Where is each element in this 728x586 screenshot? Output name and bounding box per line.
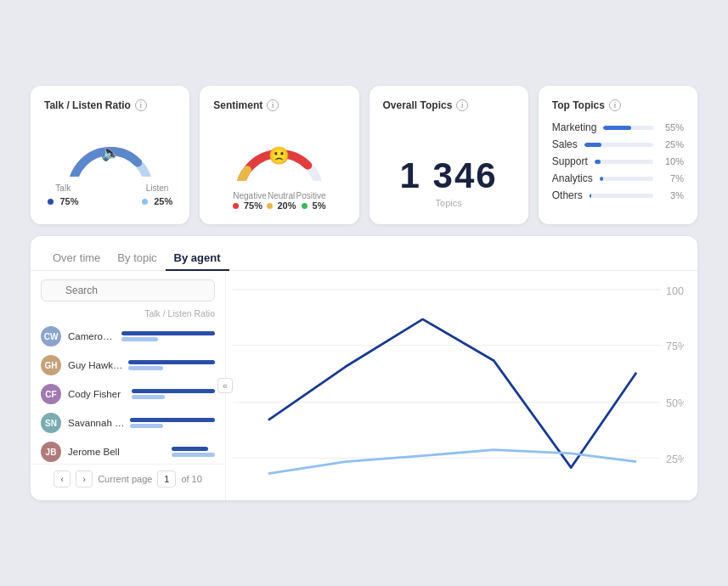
topic-bar xyxy=(600,177,603,181)
topic-bar xyxy=(590,194,591,198)
overall-topics-card: Overall Topics i 1 346 Topics xyxy=(370,86,528,224)
agent-dark-bar xyxy=(128,360,215,364)
overall-topics-title: Overall Topics i xyxy=(383,99,515,111)
agent-bar-group xyxy=(172,447,215,457)
dashboard: Talk / Listen Ratio i 🔈 xyxy=(17,72,711,514)
topic-list-item: Marketing 55% xyxy=(552,121,684,133)
agent-list-item[interactable]: SN Savannah Nguyen xyxy=(31,409,225,437)
agent-dark-bar xyxy=(172,447,208,451)
neutral-label: Neutral 20% xyxy=(267,191,296,211)
collapse-button[interactable]: « xyxy=(217,378,233,393)
topic-bar xyxy=(584,143,601,147)
agent-dark-bar xyxy=(132,389,215,393)
topic-name: Sales xyxy=(552,138,578,150)
overall-topics-info-icon[interactable]: i xyxy=(456,99,468,111)
tab-by-topic[interactable]: By topic xyxy=(109,246,165,271)
agent-avatar: JB xyxy=(41,442,61,462)
search-wrap: 🔍 xyxy=(31,279,225,308)
topics-sub-label: Topics xyxy=(436,198,462,208)
agent-light-bar xyxy=(132,395,164,399)
svg-text:75%: 75% xyxy=(666,341,684,352)
of-label: of 10 xyxy=(181,474,201,484)
topic-pct: 55% xyxy=(660,122,684,132)
svg-text:100%: 100% xyxy=(666,285,684,297)
agent-name: Cameron Williamson xyxy=(68,331,116,341)
agent-avatar: CW xyxy=(41,326,61,347)
topic-name: Analytics xyxy=(552,172,593,184)
topic-pct: 10% xyxy=(660,156,684,166)
tab-over-time[interactable]: Over time xyxy=(44,246,109,271)
listen-value: 25% xyxy=(154,196,172,206)
topic-name: Marketing xyxy=(552,121,597,133)
topic-pct: 25% xyxy=(660,139,684,149)
bars-column-header: Talk / Listen Ratio xyxy=(144,308,215,318)
agent-dark-bar xyxy=(121,331,215,335)
positive-value: 5% xyxy=(313,200,326,211)
agent-avatar: SN xyxy=(41,413,61,433)
sentiment-info-icon[interactable]: i xyxy=(267,99,279,111)
chart-inner: 100% 75% 50% 25% 0 Jan Feb Mar Apr xyxy=(233,278,684,500)
next-page-button[interactable]: › xyxy=(76,470,93,487)
sentiment-gauge-wrap: 🙁 xyxy=(224,121,335,181)
top-topics-title-text: Top Topics xyxy=(552,99,605,111)
svg-text:25%: 25% xyxy=(666,454,684,465)
agent-light-bar xyxy=(130,424,163,428)
agent-light-bar xyxy=(172,453,215,457)
top-topics-info-icon[interactable]: i xyxy=(609,99,621,111)
page-number-input[interactable] xyxy=(157,470,176,487)
agent-dark-bar xyxy=(130,418,215,422)
talk-value: 75% xyxy=(59,196,78,206)
neutral-value: 20% xyxy=(277,200,296,211)
topic-pct: 7% xyxy=(660,173,684,183)
sentiment-gauge: 🙁 Negative 75% Neutral 20% xyxy=(213,121,345,211)
topic-bar xyxy=(603,126,630,130)
talk-listen-title: Talk / Listen Ratio i xyxy=(44,99,176,111)
positive-dot xyxy=(302,203,308,209)
tab-by-agent[interactable]: By agent xyxy=(166,246,229,271)
sentiment-labels: Negative 75% Neutral 20% xyxy=(233,191,325,211)
agent-list: CW Cameron Williamson GH Guy Hawkins CF … xyxy=(31,322,225,464)
agent-avatar: GH xyxy=(41,355,61,375)
top-topics-title: Top Topics i xyxy=(552,99,684,111)
agent-name: Cody Fisher xyxy=(68,389,127,399)
topic-bar-wrap xyxy=(584,143,653,147)
agent-bar-group xyxy=(128,360,215,370)
topic-bar-wrap xyxy=(590,194,653,198)
positive-label: Positive 5% xyxy=(296,191,326,211)
negative-dot xyxy=(233,203,239,209)
topic-name: Support xyxy=(552,155,588,167)
svg-text:50%: 50% xyxy=(666,397,684,409)
agent-list-item[interactable]: CF Cody Fisher xyxy=(31,380,225,409)
talk-dot xyxy=(48,199,54,205)
agent-avatar: CF xyxy=(41,384,61,404)
topic-list-item: Others 3% xyxy=(552,189,684,201)
line-chart-svg: 100% 75% 50% 25% 0 Jan Feb Mar Apr xyxy=(233,278,684,500)
topic-list-item: Sales 25% xyxy=(552,138,684,150)
talk-listen-info-icon[interactable]: i xyxy=(135,99,147,111)
topic-pct: 3% xyxy=(660,190,684,200)
speaker-icon: 🔈 xyxy=(101,144,120,162)
gauge-labels: Talk 75% Listen 25% xyxy=(44,183,176,208)
search-input[interactable] xyxy=(41,279,215,301)
topics-list: Marketing 55% Sales 25% Support 10% Anal… xyxy=(552,121,684,201)
agent-bar-group xyxy=(132,389,215,399)
prev-page-button[interactable]: ‹ xyxy=(54,470,71,487)
gauge-wrap: 🔈 xyxy=(59,121,161,177)
negative-label: Negative 75% xyxy=(233,191,266,211)
topic-name: Others xyxy=(552,189,583,201)
top-topics-card: Top Topics i Marketing 55% Sales 25% Sup… xyxy=(539,86,697,224)
panel-footer: ‹ › Current page of 10 xyxy=(31,464,225,493)
listen-label: Listen 25% xyxy=(142,183,172,208)
negative-value: 75% xyxy=(244,200,262,211)
sentiment-card: Sentiment i 🙁 xyxy=(200,86,358,224)
topic-bar-wrap xyxy=(603,126,653,130)
topic-list-item: Support 10% xyxy=(552,155,684,167)
agent-list-wrap: 🔍 Talk / Listen Ratio CW Cameron William… xyxy=(31,271,226,500)
agent-list-item[interactable]: JB Jerome Bell xyxy=(31,437,225,464)
current-page-label: Current page xyxy=(98,474,152,484)
topic-bar-wrap xyxy=(595,160,653,164)
agent-list-item[interactable]: GH Guy Hawkins xyxy=(31,351,225,380)
overall-topics-title-text: Overall Topics xyxy=(383,99,453,111)
title-text: Talk / Listen Ratio xyxy=(44,99,131,111)
agent-list-item[interactable]: CW Cameron Williamson xyxy=(31,322,225,351)
